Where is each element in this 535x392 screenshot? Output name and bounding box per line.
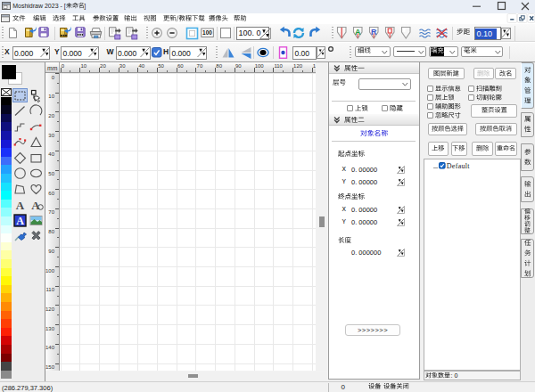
svg-text:R: R	[371, 28, 377, 37]
svg-text:100: 100	[202, 29, 212, 36]
svg-text:A: A	[15, 199, 24, 212]
svg-text:A: A	[16, 215, 24, 227]
svg-text:A: A	[355, 28, 361, 37]
